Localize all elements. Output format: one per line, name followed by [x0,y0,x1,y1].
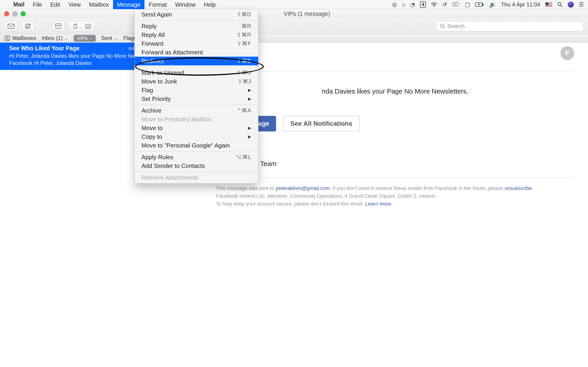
airplay-icon[interactable]: ▢ [465,1,470,8]
menu-move-predicted: Move to Predicted Mailbox [135,115,258,124]
svg-line-12 [443,27,445,28]
volume-icon[interactable]: 🔊 [489,1,496,8]
menu-file[interactable]: File [29,0,46,9]
compose-button[interactable] [22,21,35,31]
menu-reply[interactable]: Reply⌘R [135,22,258,31]
menu-set-priority[interactable]: Set Priority▶ [135,94,258,103]
bluetooth-icon[interactable]: ⌦ [452,1,460,8]
menu-add-sender[interactable]: Add Sender to Contacts [135,161,258,170]
menu-message[interactable]: Message [113,0,145,9]
menu-move-junk[interactable]: Move to Junk⇧⌘J [135,77,258,86]
window-titlebar: VIPs (1 message) [0,9,588,18]
zoom-window-button[interactable] [21,11,26,16]
wifi-icon[interactable] [431,2,437,7]
divider [216,71,574,72]
menu-mailbox[interactable]: Mailbox [85,0,113,9]
learn-more-link[interactable]: Learn more. [365,201,393,207]
menu-copy-to[interactable]: Copy to▶ [135,132,258,141]
show-mailboxes-button[interactable]: ☰Mailboxes [5,35,36,41]
window-title: VIPs (1 message) [26,10,588,17]
clock-icon[interactable]: ◔ [410,1,415,8]
calendar-icon[interactable]: 4 [420,1,426,8]
close-window-button[interactable] [4,11,9,16]
menu-remove-attachments: Remove Attachments [135,173,258,182]
delete-group [69,21,95,31]
junk-button[interactable] [82,21,95,31]
menu-send-again[interactable]: Send Again⇧⌘D [135,10,258,19]
window-controls [0,11,26,16]
minimize-window-button[interactable] [12,11,17,16]
delete-button[interactable] [69,21,82,31]
search-placeholder: Search [447,23,465,29]
svg-rect-5 [8,24,14,28]
svg-point-0 [434,6,435,7]
facebook-logo: book [216,52,574,63]
fav-vips[interactable]: VIPs⌄ [74,35,95,42]
sender-avatar: F [561,46,574,60]
siri-icon[interactable] [568,2,574,8]
macos-menubar: Mail File Edit View Mailbox Message Form… [0,0,588,9]
menu-format[interactable]: Format [145,0,171,9]
menu-move-again[interactable]: Move to "Personal Google" Again [135,141,258,150]
menu-redirect[interactable]: Redirect⇧⌘E [135,57,258,65]
footer-email-link[interactable]: peterakkies@gmail.com [276,185,330,191]
get-mail-button[interactable] [5,21,17,31]
fav-inbox[interactable]: Inbox (1)⌄ [42,35,69,41]
message-menu-dropdown: Send Again⇧⌘D Reply⌘R Reply All⇧⌘R Forwa… [134,9,258,184]
menu-mark-unread[interactable]: Mark as Unread⇧⌘U [135,68,258,77]
search-icon [440,24,445,29]
email-thanks: Thanks, [216,150,574,159]
app-name[interactable]: Mail [9,1,29,8]
svg-rect-7 [55,24,61,25]
menu-forward-attachment[interactable]: Forward as Attachment [135,48,258,57]
notification-center-icon[interactable]: ☰ [579,1,584,8]
menubar-tray: ◎ ⌂ ◔ 4 ↺ ⌦ ▢ 🔊 Thu 4 Apr 11:04 ☰ [392,1,588,8]
menu-help[interactable]: Help [199,0,220,9]
timemachine-icon[interactable]: ↺ [442,1,447,8]
menu-edit[interactable]: Edit [46,0,64,9]
menu-view[interactable]: View [64,0,85,9]
fav-sent[interactable]: Sent⌄ [101,35,118,41]
svg-rect-8 [56,25,61,28]
svg-rect-2 [483,4,484,6]
menu-archive[interactable]: Archive⌃⌘A [135,106,258,115]
onepassword-icon[interactable]: ◎ [392,1,397,8]
archive-button[interactable] [52,21,65,31]
unsubscribe-link[interactable]: unsubscribe [505,185,532,191]
message-subject: See Who Liked Your Page [9,45,79,52]
clock-text[interactable]: Thu 4 Apr 11:04 [501,1,540,8]
see-all-notifications-button[interactable]: See All Notifications [283,116,360,131]
menu-apply-rules[interactable]: Apply Rules⌥⌘L [135,153,258,161]
svg-line-4 [561,5,562,7]
vpn-icon[interactable]: ⌂ [402,1,405,8]
email-footer: This message was sent to peterakkies@gma… [216,177,574,208]
menu-reply-all[interactable]: Reply All⇧⌘R [135,31,258,39]
email-lead-text: nda Davies likes your Page No More Newsl… [216,85,574,116]
menu-move-to[interactable]: Move to▶ [135,124,258,132]
mail-toolbar: Search [0,18,588,34]
favorites-bar: ☰Mailboxes Inbox (1)⌄ VIPs⌄ Sent⌄ Flagge… [0,34,588,43]
menu-forward[interactable]: Forward⇧⌘F [135,39,258,48]
input-source-flag-icon[interactable] [545,2,552,7]
menu-window[interactable]: Window [171,0,200,9]
email-signature: The Facebook Team [216,159,574,169]
search-field[interactable]: Search [436,21,583,31]
menu-flag[interactable]: Flag▶ [135,86,258,94]
spotlight-icon[interactable] [557,2,563,7]
battery-icon[interactable] [475,2,484,7]
